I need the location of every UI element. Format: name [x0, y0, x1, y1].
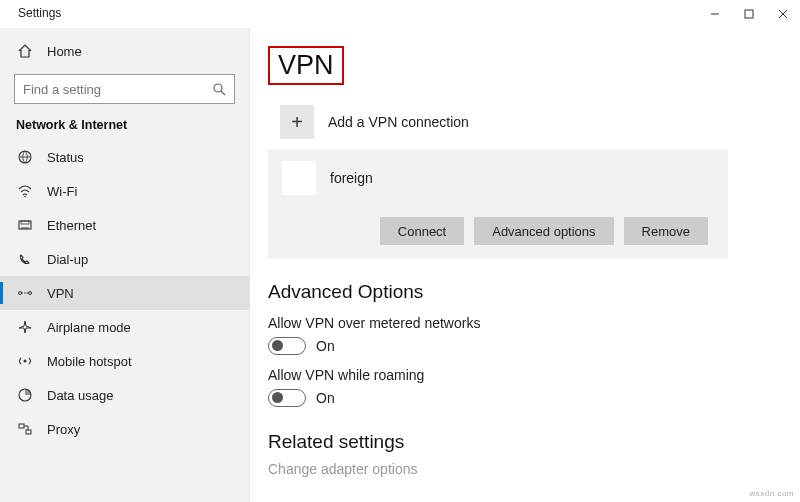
window-title: Settings	[18, 6, 61, 20]
ethernet-icon	[16, 217, 33, 234]
sidebar-item-label: Data usage	[47, 388, 114, 403]
advanced-options-button[interactable]: Advanced options	[474, 217, 613, 245]
sidebar-item-label: VPN	[47, 286, 74, 301]
close-button[interactable]	[766, 2, 800, 26]
svg-rect-19	[19, 424, 24, 428]
sidebar-section-label: Network & Internet	[0, 108, 249, 140]
active-marker	[0, 282, 3, 304]
svg-point-17	[23, 360, 26, 363]
remove-button[interactable]: Remove	[624, 217, 708, 245]
opt-metered-label: Allow VPN over metered networks	[268, 315, 782, 331]
vpn-icon	[16, 285, 33, 302]
titlebar	[0, 0, 800, 28]
connect-button[interactable]: Connect	[380, 217, 464, 245]
sidebar-item-label: Mobile hotspot	[47, 354, 132, 369]
vpn-connection-card[interactable]: foreign Connect Advanced options Remove	[268, 149, 728, 259]
sidebar-item-label: Wi-Fi	[47, 184, 77, 199]
sidebar-item-proxy[interactable]: Proxy	[0, 412, 249, 446]
minimize-button[interactable]	[698, 2, 732, 26]
vpn-connection-name: foreign	[330, 170, 373, 186]
change-adapter-link[interactable]: Change adapter options	[268, 461, 782, 477]
sidebar: Home Network & Internet Status Wi-Fi Eth…	[0, 28, 250, 502]
opt-roaming-label: Allow VPN while roaming	[268, 367, 782, 383]
data-usage-icon	[16, 387, 33, 404]
proxy-icon	[16, 421, 33, 438]
sidebar-item-label: Proxy	[47, 422, 80, 437]
airplane-icon	[16, 319, 33, 336]
maximize-button[interactable]	[732, 2, 766, 26]
toggle-roaming-state: On	[316, 390, 335, 406]
search-icon	[212, 82, 226, 96]
toggle-metered-state: On	[316, 338, 335, 354]
add-icon[interactable]: +	[280, 105, 314, 139]
sidebar-item-wifi[interactable]: Wi-Fi	[0, 174, 249, 208]
sidebar-item-label: Airplane mode	[47, 320, 131, 335]
wifi-icon	[16, 183, 33, 200]
advanced-options-heading: Advanced Options	[268, 281, 782, 303]
svg-point-4	[214, 84, 222, 92]
search-box[interactable]	[14, 74, 235, 104]
svg-point-14	[18, 292, 21, 295]
add-vpn-row[interactable]: + Add a VPN connection	[280, 105, 782, 139]
nav-home-label: Home	[47, 44, 82, 59]
svg-point-7	[24, 196, 26, 198]
related-settings-heading: Related settings	[268, 431, 782, 453]
sidebar-item-status[interactable]: Status	[0, 140, 249, 174]
sidebar-item-label: Ethernet	[47, 218, 96, 233]
toggle-metered[interactable]	[268, 337, 306, 355]
main-content: VPN + Add a VPN connection foreign Conne…	[250, 28, 800, 502]
page-title: VPN	[268, 46, 344, 85]
sidebar-item-ethernet[interactable]: Ethernet	[0, 208, 249, 242]
svg-rect-20	[26, 430, 31, 434]
search-input[interactable]	[23, 82, 203, 97]
svg-line-5	[221, 91, 225, 95]
sidebar-item-dialup[interactable]: Dial-up	[0, 242, 249, 276]
sidebar-item-airplane[interactable]: Airplane mode	[0, 310, 249, 344]
nav-home[interactable]: Home	[0, 34, 249, 68]
status-icon	[16, 149, 33, 166]
sidebar-item-label: Status	[47, 150, 84, 165]
sidebar-item-datausage[interactable]: Data usage	[0, 378, 249, 412]
svg-rect-1	[745, 10, 753, 18]
toggle-roaming[interactable]	[268, 389, 306, 407]
svg-point-15	[28, 292, 31, 295]
sidebar-item-hotspot[interactable]: Mobile hotspot	[0, 344, 249, 378]
sidebar-item-label: Dial-up	[47, 252, 88, 267]
home-icon	[16, 43, 33, 60]
hotspot-icon	[16, 353, 33, 370]
add-vpn-label: Add a VPN connection	[328, 114, 469, 130]
vpn-connection-icon	[282, 161, 316, 195]
dialup-icon	[16, 251, 33, 268]
watermark: wsxdn.com	[749, 489, 794, 498]
sidebar-item-vpn[interactable]: VPN	[0, 276, 249, 310]
